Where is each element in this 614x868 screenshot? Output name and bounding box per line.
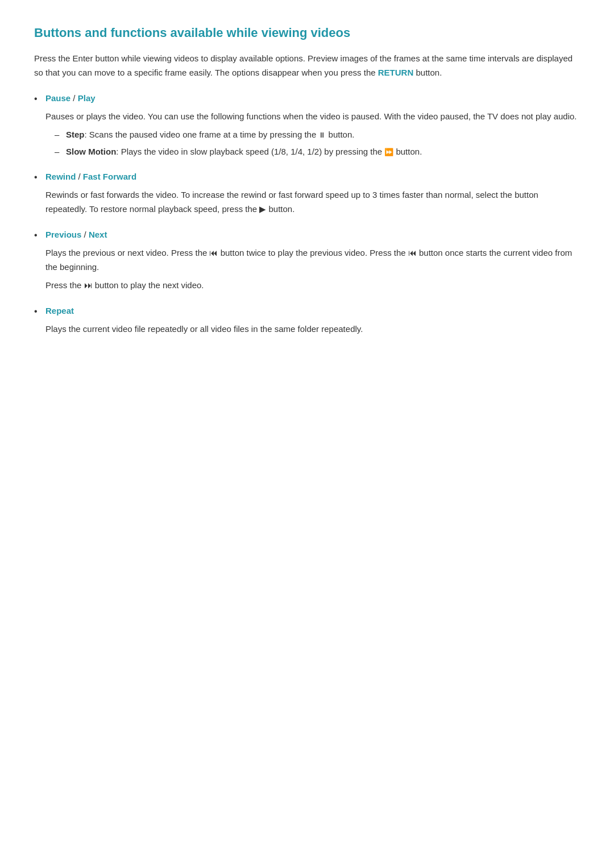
step-suffix: button. (326, 130, 354, 139)
fast-forward-icon: ⏩ (384, 148, 393, 156)
return-link[interactable]: RETURN (378, 68, 414, 77)
previous-next-body1: Plays the previous or next video. Press … (45, 246, 580, 275)
pause-play-sublist: Step: Scans the paused video one frame a… (45, 128, 580, 159)
page-title: Buttons and functions available while vi… (34, 23, 580, 43)
repeat-body: Plays the current video file repeatedly … (45, 322, 580, 337)
step-term: Step (66, 130, 85, 139)
step-text: : Scans the paused video one frame at a … (85, 130, 319, 139)
play-link[interactable]: Play (78, 93, 96, 103)
intro-paragraph: Press the Enter button while viewing vid… (34, 52, 580, 80)
item-header-rewind-ff: Rewind / Fast Forward (45, 170, 580, 184)
previous-link[interactable]: Previous (45, 230, 81, 239)
intro-text-before: Press the Enter button while viewing vid… (34, 53, 572, 77)
repeat-link[interactable]: Repeat (45, 306, 74, 315)
list-item-repeat: Repeat Plays the current video file repe… (34, 304, 580, 337)
previous-next-body2: Press the ⏭ button to play the next vide… (45, 279, 580, 293)
slow-motion-text: : Plays the video in slow playback speed… (116, 147, 384, 156)
list-item-pause-play: Pause / Play Pauses or plays the video. … (34, 92, 580, 159)
item-header-repeat: Repeat (45, 304, 580, 318)
fast-forward-link[interactable]: Fast Forward (83, 172, 136, 181)
separator-1: / (70, 93, 78, 103)
main-list: Pause / Play Pauses or plays the video. … (34, 92, 580, 337)
next-link[interactable]: Next (89, 230, 107, 239)
slow-motion-suffix: button. (393, 147, 422, 156)
item-header-pause-play: Pause / Play (45, 92, 580, 105)
sublist-item-slow-motion: Slow Motion: Plays the video in slow pla… (55, 145, 580, 159)
separator-2: / (76, 172, 83, 181)
pause-link[interactable]: Pause (45, 93, 70, 103)
pause-icon: ⏸ (318, 131, 326, 139)
item-header-previous-next: Previous / Next (45, 228, 580, 242)
sublist-item-step: Step: Scans the paused video one frame a… (55, 128, 580, 142)
slow-motion-term: Slow Motion (66, 147, 116, 156)
intro-text-after: button. (413, 68, 442, 77)
pause-play-body: Pauses or plays the video. You can use t… (45, 110, 580, 124)
separator-3: / (81, 230, 89, 239)
rewind-ff-body: Rewinds or fast forwards the video. To i… (45, 188, 580, 217)
rewind-link[interactable]: Rewind (45, 172, 76, 181)
list-item-previous-next: Previous / Next Plays the previous or ne… (34, 228, 580, 293)
list-item-rewind-ff: Rewind / Fast Forward Rewinds or fast fo… (34, 170, 580, 217)
